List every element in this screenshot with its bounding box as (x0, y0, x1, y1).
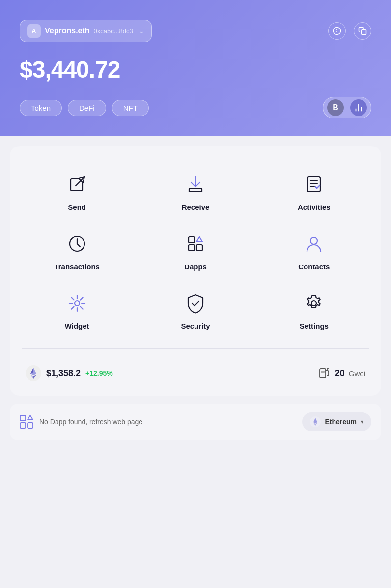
widget-action[interactable]: Widget (18, 281, 136, 340)
wallet-address: 0xca5c...8dc3 (94, 28, 133, 35)
svg-line-22 (71, 297, 74, 300)
svg-rect-12 (189, 237, 195, 243)
svg-point-16 (310, 237, 317, 244)
svg-rect-13 (189, 245, 195, 251)
balance-display: $3,440.72 (20, 56, 371, 83)
activities-label: Activities (298, 203, 331, 211)
copy-button[interactable] (354, 22, 371, 40)
brand-logos: B (323, 97, 371, 118)
transactions-action[interactable]: Transactions (18, 221, 136, 281)
gas-value: 20 (335, 368, 345, 379)
activities-action[interactable]: Activities (255, 162, 373, 221)
token-tab[interactable]: Token (20, 100, 62, 116)
receive-label: Receive (182, 203, 210, 211)
svg-rect-36 (20, 415, 26, 421)
eth-logo-icon (26, 365, 41, 381)
svg-rect-33 (321, 371, 325, 373)
nft-tab[interactable]: NFT (112, 100, 149, 116)
svg-rect-14 (196, 245, 202, 251)
defi-tab[interactable]: DeFi (68, 100, 106, 116)
transactions-label: Transactions (54, 263, 100, 271)
widget-label: Widget (65, 322, 89, 330)
wallet-name: Veprons.eth (45, 27, 90, 35)
svg-line-25 (71, 307, 74, 309)
info-button[interactable] (328, 22, 346, 40)
contacts-label: Contacts (298, 263, 330, 271)
svg-point-17 (75, 301, 80, 306)
transactions-icon (64, 231, 90, 257)
no-dapp-text: No Dapp found, refresh web page (39, 418, 142, 426)
svg-point-26 (311, 301, 316, 306)
tabs-row: Token DeFi NFT B (20, 97, 371, 118)
svg-marker-15 (196, 237, 202, 242)
gas-icon (318, 367, 331, 380)
network-selector[interactable]: Ethereum ▾ (302, 412, 371, 431)
chevron-down-icon: ⌄ (139, 28, 144, 35)
dapps-label: Dapps (184, 263, 207, 271)
main-card: Send Receive (10, 146, 381, 396)
dapps-action[interactable]: Dapps (136, 221, 254, 281)
receive-icon (183, 172, 208, 197)
dapp-grid-icon (20, 415, 33, 429)
avatar: A (27, 24, 41, 38)
header-section: A Veprons.eth 0xca5c...8dc3 ⌄ $3,440.72 … (0, 0, 391, 136)
network-name: Ethereum (325, 418, 357, 426)
settings-action[interactable]: Settings (255, 281, 373, 340)
stats-divider (308, 364, 308, 382)
stats-row: $1,358.2 +12.95% 20 Gwei (18, 358, 373, 384)
settings-label: Settings (300, 322, 329, 330)
brand-chart-icon[interactable] (350, 99, 367, 116)
ethereum-logo-icon (310, 416, 321, 427)
vertical-divider (347, 102, 347, 114)
security-action[interactable]: Security (136, 281, 254, 340)
receive-action[interactable]: Receive (136, 162, 254, 221)
svg-rect-3 (362, 30, 366, 35)
activities-icon (301, 172, 327, 197)
header-icons (328, 22, 371, 40)
send-action[interactable]: Send (18, 162, 136, 221)
eth-price-stat: $1,358.2 +12.95% (26, 365, 298, 381)
svg-rect-32 (320, 369, 326, 378)
widget-icon (64, 291, 90, 316)
gas-stat: 20 Gwei (318, 367, 365, 380)
asset-tabs: Token DeFi NFT (20, 100, 149, 116)
svg-marker-39 (28, 415, 33, 420)
contacts-action[interactable]: Contacts (255, 221, 373, 281)
svg-line-24 (80, 297, 83, 300)
settings-icon (301, 291, 327, 316)
card-divider (22, 348, 369, 349)
eth-change-value: +12.95% (85, 369, 113, 377)
svg-rect-38 (28, 423, 33, 428)
bottom-dapp-bar: No Dapp found, refresh web page Ethereum… (10, 404, 381, 440)
dapps-icon (183, 231, 208, 257)
security-label: Security (181, 322, 210, 330)
security-icon (183, 291, 208, 316)
send-icon (64, 172, 90, 197)
svg-rect-37 (20, 423, 26, 428)
eth-price-value: $1,358.2 (46, 368, 81, 379)
address-bar[interactable]: A Veprons.eth 0xca5c...8dc3 ⌄ (20, 20, 152, 42)
network-chevron-icon: ▾ (361, 418, 363, 425)
contacts-icon (301, 231, 327, 257)
send-label: Send (68, 203, 86, 211)
gas-unit: Gwei (349, 369, 365, 378)
brand-b-icon[interactable]: B (327, 99, 344, 116)
no-dapp-info: No Dapp found, refresh web page (20, 415, 142, 429)
svg-line-23 (80, 307, 83, 309)
actions-grid: Send Receive (18, 162, 373, 340)
